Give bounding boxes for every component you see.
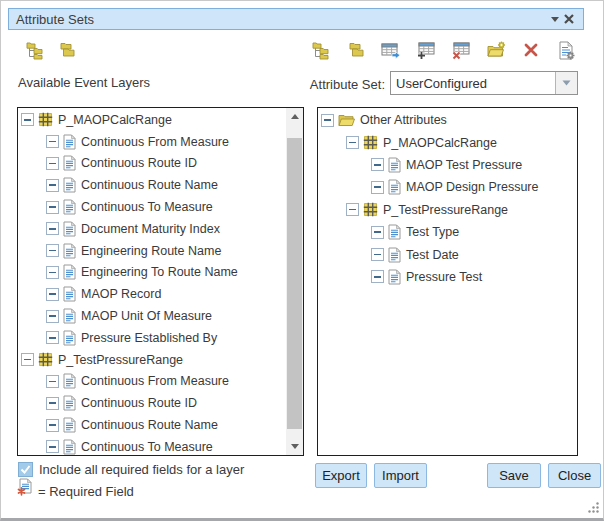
field-icon [63,330,76,346]
tree-item-p-testpressurerange[interactable]: P_TestPressureRange [318,199,577,221]
folder-tree-icon [312,41,331,60]
collapse-expander-icon[interactable] [21,353,34,366]
attribute-sets-panel: Attribute Sets Available Event Layers At… [0,0,604,521]
collapse-expander-icon[interactable] [46,179,59,192]
collapse-expander-icon[interactable] [46,419,59,432]
collapse-expander-icon[interactable] [346,136,359,149]
tree-item-pressure-established-by[interactable]: Pressure Established By [18,327,286,349]
attribute-set-dropdown[interactable]: UserConfigured [390,71,578,95]
attribute-set-tree-panel: Other AttributesP_MAOPCalcRangeMAOP Test… [317,107,578,456]
tree-item-continuous-to-measure[interactable]: Continuous To Measure [18,436,286,456]
collapse-expander-icon[interactable] [371,181,384,194]
collapse-expander-icon[interactable] [321,114,334,127]
folders-button[interactable] [346,40,366,60]
import-button[interactable]: Import [374,463,427,488]
attribute-set-label: Attribute Set: [299,77,385,92]
tree-item-continuous-route-name[interactable]: Continuous Route Name [18,174,286,196]
collapse-expander-icon[interactable] [46,222,59,235]
folder-gear-button[interactable] [486,40,506,60]
document-gear-icon [558,41,575,60]
tree-item-maop-design-pressure[interactable]: MAOP Design Pressure [318,176,577,198]
table-arrow-button[interactable] [381,40,401,60]
field-icon [63,395,76,411]
red-x-button[interactable] [521,40,541,60]
collapse-expander-icon[interactable] [46,288,59,301]
folder-tree-button[interactable] [25,40,45,60]
tree-item-engineering-to-route-name[interactable]: Engineering To Route Name [18,262,286,284]
scroll-up-button[interactable] [286,108,303,125]
collapse-expander-icon[interactable] [346,203,359,216]
dropdown-arrow-button[interactable] [555,72,577,94]
collapse-button[interactable] [548,11,562,27]
folder-tree-button[interactable] [311,40,331,60]
collapse-expander-icon[interactable] [46,331,59,344]
tree-item-label: Continuous Route ID [81,396,197,410]
tree-item-maop-unit-of-measure[interactable]: MAOP Unit Of Measure [18,305,286,327]
collapse-expander-icon[interactable] [371,158,384,171]
tree-item-label: Continuous From Measure [81,374,229,388]
scrollbar-thumb[interactable] [287,138,302,429]
tree-item-continuous-from-measure[interactable]: Continuous From Measure [18,131,286,153]
event-layer-icon [38,112,53,127]
tree-item-continuous-from-measure[interactable]: Continuous From Measure [18,371,286,393]
attribute-set-tree: Other AttributesP_MAOPCalcRangeMAOP Test… [318,109,577,288]
tree-item-label: Continuous Route Name [81,178,218,192]
collapse-expander-icon[interactable] [371,226,384,239]
collapse-expander-icon[interactable] [46,201,59,214]
toolbar-right [311,40,576,60]
titlebar[interactable]: Attribute Sets [8,8,584,30]
tree-item-test-type[interactable]: Test Type [318,221,577,243]
table-x-icon [451,41,471,60]
collapse-expander-icon[interactable] [371,270,384,283]
red-x-icon [523,42,539,58]
tree-item-maop-record[interactable]: MAOP Record [18,283,286,305]
collapse-expander-icon[interactable] [46,440,59,453]
include-required-fields-checkbox[interactable] [18,462,33,477]
collapse-expander-icon[interactable] [46,375,59,388]
collapse-expander-icon[interactable] [46,135,59,148]
vertical-scrollbar[interactable] [286,108,303,455]
collapse-expander-icon[interactable] [21,113,34,126]
tree-item-continuous-route-id[interactable]: Continuous Route ID [18,153,286,175]
check-icon [20,465,31,474]
folder-open-icon [338,113,355,127]
collapse-expander-icon[interactable] [46,310,59,323]
tree-item-continuous-to-measure[interactable]: Continuous To Measure [18,196,286,218]
close-icon [563,13,575,25]
export-button[interactable]: Export [315,463,367,488]
chevron-down-icon [562,80,571,86]
collapse-expander-icon[interactable] [46,157,59,170]
scroll-down-button[interactable] [286,438,303,455]
folders-button[interactable] [57,40,77,60]
table-x-button[interactable] [451,40,471,60]
field-icon [388,247,401,263]
collapse-expander-icon[interactable] [46,397,59,410]
save-button[interactable]: Save [487,463,541,488]
tree-item-maop-test-pressure[interactable]: MAOP Test Pressure [318,154,577,176]
tree-item-label: Continuous Route ID [81,156,197,170]
tree-item-label: Engineering Route Name [81,244,221,258]
tree-item-test-date[interactable]: Test Date [318,243,577,265]
resize-grip[interactable] [587,501,600,514]
tree-item-p-maopcalcrange[interactable]: P_MAOPCalcRange [318,131,577,153]
tree-item-pressure-test[interactable]: Pressure Test [318,266,577,288]
document-gear-button[interactable] [556,40,576,60]
collapse-expander-icon[interactable] [46,244,59,257]
close-button[interactable] [562,11,576,27]
tree-item-document-maturity-index[interactable]: Document Maturity Index [18,218,286,240]
panel-title: Attribute Sets [16,12,548,27]
tree-item-p-maopcalcrange[interactable]: P_MAOPCalcRange [18,109,286,131]
available-layers-tree-panel: P_MAOPCalcRangeContinuous From MeasureCo… [17,107,304,456]
close-panel-button[interactable]: Close [548,463,601,488]
tree-item-continuous-route-name[interactable]: Continuous Route Name [18,414,286,436]
tree-item-other-attributes[interactable]: Other Attributes [318,109,577,131]
collapse-expander-icon[interactable] [46,266,59,279]
table-plus-button[interactable] [416,40,436,60]
tree-item-p-testpressurerange[interactable]: P_TestPressureRange [18,349,286,371]
folder-gear-icon [486,41,506,59]
field-icon [63,155,76,171]
collapse-expander-icon[interactable] [371,248,384,261]
tree-item-continuous-route-id[interactable]: Continuous Route ID [18,392,286,414]
tree-item-engineering-route-name[interactable]: Engineering Route Name [18,240,286,262]
available-layers-tree: P_MAOPCalcRangeContinuous From MeasureCo… [18,109,286,456]
